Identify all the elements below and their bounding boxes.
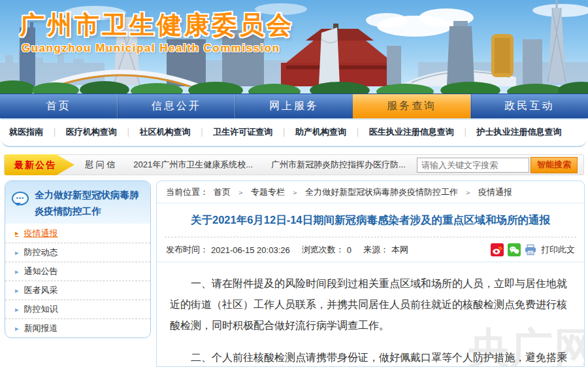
triangle-arrow-icon: ▸ <box>15 249 19 257</box>
article-paragraph: 二、个人前往核酸检测点请携带身份证，做好佩戴口罩等个人防护措施，避免搭乘公共交通… <box>170 347 571 367</box>
sidebar-item-prevention-knowledge[interactable]: ▸ 防控知识 <box>5 300 150 318</box>
sidebar-header: 全力做好新型冠状病毒肺炎疫情防控工作 <box>5 181 150 224</box>
subnav-item-health-license-query[interactable]: 卫生许可证查询 <box>190 126 272 138</box>
announcement-link[interactable]: 广州市新冠肺炎防控指挥办医疗防... <box>271 159 406 171</box>
subnav-item-doctor-registration-query[interactable]: 医生执业注册信息查询 <box>346 126 454 138</box>
article-title: 关于2021年6月12日-14日期间新冠病毒感染者涉及的重点区域和场所的通报 <box>165 213 576 237</box>
announcement-link[interactable]: 慰 问 信 <box>85 159 115 171</box>
sidebar-item-notices[interactable]: ▸ 通知公告 <box>5 262 150 281</box>
subnav-item-medical-institution-query[interactable]: 医疗机构查询 <box>43 126 117 138</box>
sidebar-item-label: 疫情通报 <box>24 228 58 239</box>
triangle-arrow-icon: ▸ <box>15 324 19 333</box>
subnav-item-nurse-registration-query[interactable]: 护士执业注册信息查询 <box>454 126 562 138</box>
announcement-links: 慰 问 信 2021年广州市卫生健康系统校... 广州市新冠肺炎防控指挥办医疗防… <box>85 159 417 171</box>
sidebar-item-label: 防控知识 <box>24 303 58 315</box>
sidebar-item-news-reports[interactable]: ▸ 新闻报道 <box>5 318 150 337</box>
triangle-arrow-icon: ▸ <box>15 267 19 276</box>
nav-tab-online-services[interactable]: 网上服务 <box>235 94 352 118</box>
triangle-arrow-icon: ▸ <box>15 229 19 237</box>
subnav-item-community-institution-query[interactable]: 社区机构查询 <box>117 126 191 138</box>
breadcrumb-special-topics[interactable]: 专题专栏 <box>231 186 285 198</box>
site-subtitle: Guangzhou Municipal Health Commission <box>22 42 280 55</box>
article-body: 一、请在附件提及的风险时间段到过相关重点区域和场所的人员，立即与居住地就近的街道… <box>157 273 584 367</box>
breadcrumb: 当前位置： 首页 专题专栏 全力做好新型冠状病毒肺炎疫情防控工作 疫情通报 <box>157 181 584 203</box>
latest-announcement-badge: 最新公告 <box>5 154 74 175</box>
announcement-link[interactable]: 2021年广州市卫生健康系统校... <box>133 159 253 171</box>
search-box: 智能搜索 <box>417 157 578 173</box>
source-label: 来源： <box>363 244 389 256</box>
sub-nav: 就医指南 医疗机构查询 社区机构查询 卫生许可证查询 助产机构查询 医生执业注册… <box>1 118 587 147</box>
triangle-arrow-icon: ▸ <box>15 286 19 295</box>
printer-icon[interactable] <box>525 245 536 255</box>
subnav-item-medical-guide[interactable]: 就医指南 <box>9 126 43 138</box>
breadcrumb-label: 当前位置： <box>166 186 208 198</box>
sidebar: 全力做好新型冠状病毒肺炎疫情防控工作 ▸ 疫情通报 ▸ 防控动态 ▸ 通知公告 … <box>5 180 151 338</box>
source-value: 本网 <box>391 244 408 256</box>
announcement-bar: 最新公告 慰 问 信 2021年广州市卫生健康系统校... 广州市新冠肺炎防控指… <box>4 154 584 175</box>
views-label: 浏览次数： <box>302 244 344 256</box>
content-area: 全力做好新型冠状病毒肺炎疫情防控工作 ▸ 疫情通报 ▸ 防控动态 ▸ 通知公告 … <box>0 175 588 367</box>
nav-tab-home[interactable]: 首页 <box>0 94 117 118</box>
sidebar-item-label: 防控动态 <box>24 247 58 258</box>
publish-time-value: 2021-06-15 20:03:26 <box>211 245 290 255</box>
wechat-share-icon[interactable] <box>508 243 521 256</box>
article-meta: 发布时间： 2021-06-15 20:03:26 浏览次数： 0 来源： 本网 <box>166 244 491 256</box>
triangle-arrow-icon: ▸ <box>15 305 19 314</box>
smart-search-button[interactable]: 智能搜索 <box>531 157 578 173</box>
nav-tab-public-interaction[interactable]: 政民互动 <box>470 94 588 118</box>
site-title: 广州市卫生健康委员会 <box>20 9 294 42</box>
breadcrumb-epidemic-report: 疫情通报 <box>458 186 512 198</box>
sidebar-item-medical-workers[interactable]: ▸ 医者风采 <box>5 281 150 300</box>
publish-time-label: 发布时间： <box>166 244 208 256</box>
nav-tab-info-disclosure[interactable]: 信息公开 <box>117 94 235 118</box>
sidebar-item-label: 医者风采 <box>24 284 58 296</box>
breadcrumb-home[interactable]: 首页 <box>214 186 231 198</box>
main-panel: 央广网 当前位置： 首页 专题专栏 全力做好新型冠状病毒肺炎疫情防控工作 疫情通… <box>156 180 585 367</box>
sidebar-item-epidemic-report[interactable]: ▸ 疫情通报 <box>5 224 150 243</box>
breadcrumb-covid-prevention[interactable]: 全力做好新型冠状病毒肺炎疫情防控工作 <box>285 186 458 198</box>
sidebar-item-label: 新闻报道 <box>24 322 58 334</box>
weibo-share-icon[interactable] <box>491 243 504 256</box>
views-value: 0 <box>347 245 351 255</box>
sidebar-title: 全力做好新型冠状病毒肺炎疫情防控工作 <box>35 187 144 219</box>
nav-tab-service-query[interactable]: 服务查询 <box>353 94 470 118</box>
print-article-link[interactable]: 打印此文 <box>541 244 575 256</box>
site-banner: 广州市卫生健康委员会 Guangzhou Municipal Health Co… <box>0 0 588 94</box>
sidebar-item-label: 通知公告 <box>24 266 58 277</box>
article-paragraph: 一、请在附件提及的风险时间段到过相关重点区域和场所的人员，立即与居住地就近的街道… <box>170 273 571 336</box>
main-nav: 首页 信息公开 网上服务 服务查询 政民互动 <box>0 94 588 118</box>
sidebar-item-prevention-updates[interactable]: ▸ 防控动态 <box>5 243 150 262</box>
subnav-item-midwifery-query[interactable]: 助产机构查询 <box>272 126 346 138</box>
article-meta-row: 发布时间： 2021-06-15 20:03:26 浏览次数： 0 来源： 本网 <box>157 237 584 262</box>
speech-bubble-icon <box>12 192 29 205</box>
search-input[interactable] <box>417 158 529 173</box>
share-tools: 打印此文 <box>491 243 575 256</box>
